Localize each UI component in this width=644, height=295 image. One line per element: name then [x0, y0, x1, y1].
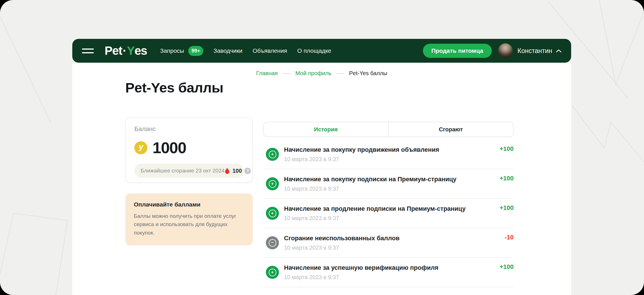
content-sheet: Главная Мой профиль Pet-Yes баллы Pet-Ye… — [72, 63, 571, 295]
breadcrumb-item[interactable]: Мой профиль — [295, 70, 349, 77]
operation-amount: +100 — [499, 175, 514, 182]
breadcrumb-label: Pet-Yes баллы — [349, 70, 387, 77]
operation-title: Начисление за успешную верификацию профи… — [284, 264, 438, 271]
operation-row[interactable]: + Начисление за продление подписки на Пр… — [263, 199, 514, 228]
operation-date: 10 марта 2023 в 9:37 — [284, 215, 466, 222]
operation-text: Сгорание неиспользованных баллов 10 март… — [284, 235, 399, 251]
operation-type-icon: + — [266, 266, 279, 279]
top-navigation-bar: Pet·Yes Запросы 99+ Заводчики Объявления — [72, 39, 571, 63]
operation-row[interactable]: + Начисление за покупку подписки на Прем… — [263, 169, 514, 199]
expiry-pill: Ближайшее сгорание 23 окт 2024 100 ? — [134, 164, 244, 178]
history-tabs: История Сгорают — [263, 122, 514, 137]
nav-item-label: Заводчики — [213, 47, 242, 54]
breadcrumb: Главная Мой профиль Pet-Yes баллы — [72, 70, 571, 77]
expiry-text: Ближайшее сгорание 23 окт 2024 — [141, 168, 224, 174]
operation-type-icon: + — [266, 177, 279, 190]
operation-glyph: + — [269, 180, 276, 188]
operation-amount: +100 — [499, 145, 514, 153]
operation-amount: +100 — [499, 204, 514, 212]
breadcrumb-separator — [336, 73, 344, 74]
operation-title: Начисление за покупку подписки на Премиу… — [284, 176, 456, 183]
breadcrumb-item[interactable]: Pet-Yes баллы — [349, 70, 387, 77]
operation-date: 10 марта 2023 в 9:37 — [284, 274, 438, 281]
pet-yes-logo[interactable]: Pet·Yes — [105, 44, 147, 58]
tab[interactable]: Сгорают — [388, 122, 513, 136]
page-background: Pet·Yes Запросы 99+ Заводчики Объявления — [0, 0, 644, 295]
header-right-group: Продать питомца Константин — [423, 43, 562, 58]
logo-y: Y — [127, 44, 135, 58]
operation-row[interactable]: − Сгорание неиспользованных баллов 10 ма… — [263, 228, 514, 258]
operation-date: 10 марта 2023 в 9:37 — [284, 186, 456, 192]
breadcrumb-item[interactable]: Главная — [256, 70, 295, 77]
operation-type-icon: − — [266, 236, 279, 249]
history-panel: История Сгорают + Начисление за пок — [263, 122, 514, 287]
sell-pet-button[interactable]: Продать питомца — [423, 44, 492, 58]
flame-icon — [224, 168, 230, 174]
operation-glyph: − — [269, 239, 276, 247]
promo-body: Баллы можно получить при оплате услуг се… — [134, 212, 244, 237]
tab-label: История — [314, 126, 338, 133]
tab[interactable]: История — [264, 122, 388, 136]
operation-glyph: + — [269, 151, 276, 158]
balance-card: Баланс y 1000 Ближайшее сгорание 23 окт … — [125, 117, 253, 183]
user-name[interactable]: Константин — [518, 47, 552, 55]
operation-glyph: + — [269, 210, 276, 217]
operation-text: Начисление за успешную верификацию профи… — [284, 264, 438, 281]
operation-text: Начисление за покупку продвижения объявл… — [284, 146, 439, 163]
expiry-amount-group: 100 ? — [224, 168, 251, 174]
user-avatar[interactable] — [498, 43, 513, 58]
nav-item[interactable]: О площадке — [297, 47, 331, 54]
operation-type-icon: + — [266, 207, 279, 220]
nav-item-label: Объявления — [253, 47, 287, 54]
operation-type-icon: + — [266, 148, 279, 161]
tab-label: Сгорают — [439, 126, 463, 133]
operation-title: Начисление за продление подписки на Прем… — [284, 205, 466, 212]
nav-item[interactable]: Запросы 99+ — [160, 46, 203, 56]
operation-text: Начисление за продление подписки на Прем… — [284, 205, 466, 222]
menu-icon[interactable] — [82, 49, 94, 53]
breadcrumb-separator — [282, 73, 291, 74]
nav-item[interactable]: Заводчики — [213, 47, 242, 54]
operation-title: Начисление за покупку продвижения объявл… — [284, 146, 439, 153]
balance-label: Баланс — [134, 125, 244, 133]
logo-text: Pet — [105, 44, 122, 58]
operation-row[interactable]: + Начисление за успешную верификацию про… — [263, 258, 514, 287]
operation-title: Сгорание неиспользованных баллов — [284, 235, 399, 242]
nav-item[interactable]: Объявления — [253, 47, 287, 54]
logo-text: es — [134, 44, 147, 58]
nav-item-label: О площадке — [297, 47, 331, 54]
main-nav: Запросы 99+ Заводчики Объявления О площа… — [160, 46, 331, 56]
balance-value: 1000 — [152, 138, 186, 157]
operation-text: Начисление за покупку подписки на Премиу… — [284, 176, 456, 192]
operation-amount: +100 — [499, 263, 514, 271]
promo-title: Оплачивайте баллами — [134, 201, 244, 208]
operation-date: 10 марта 2023 в 9:37 — [284, 245, 399, 251]
notification-badge: 99+ — [188, 46, 203, 56]
nav-item-label: Запросы — [160, 47, 184, 54]
chevron-up-icon[interactable] — [556, 49, 562, 52]
operation-row[interactable]: + Начисление за покупку продвижения объя… — [263, 140, 514, 169]
operation-glyph: + — [269, 269, 276, 276]
operations-list: + Начисление за покупку продвижения объя… — [263, 140, 514, 287]
logo-dot: · — [123, 44, 126, 58]
page-title: Pet-Yes баллы — [125, 80, 223, 96]
balance-row: y 1000 — [134, 138, 244, 157]
operation-date: 10 марта 2023 в 9:37 — [284, 156, 439, 163]
operation-amount: -10 — [505, 234, 514, 241]
info-icon[interactable]: ? — [244, 168, 251, 174]
promo-card: Оплачивайте баллами Баллы можно получить… — [125, 193, 253, 245]
expiry-amount: 100 — [232, 168, 242, 174]
breadcrumb-label: Мой профиль — [295, 70, 332, 77]
breadcrumb-label: Главная — [256, 70, 278, 77]
coin-icon: y — [134, 141, 147, 154]
